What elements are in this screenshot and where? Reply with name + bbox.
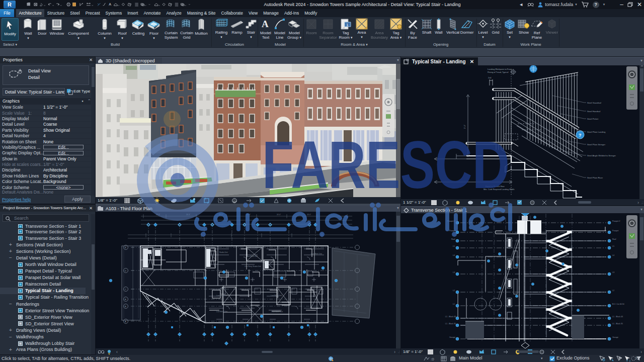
- svg-text:Roof: Roof: [451, 238, 455, 240]
- svg-text:Steel Angle Welded to Stringer: Steel Angle Welded to Stringer: [587, 154, 616, 157]
- svg-text::0: :0: [431, 357, 434, 361]
- svg-text:D: D: [125, 269, 126, 272]
- svg-text:Steel Picket: Steel Picket: [587, 118, 599, 120]
- svg-text:L5: L5: [612, 245, 614, 247]
- svg-text:L5: L5: [453, 245, 455, 247]
- svg-text:One Story Studio Unit: One Story Studio Unit: [245, 265, 261, 267]
- svg-text:24'-0": 24'-0": [186, 214, 190, 216]
- svg-text:L1 - Block 43: L1 - Block 43: [612, 316, 623, 318]
- svg-text:Live/Work Unit: Live/Work Unit: [272, 311, 283, 313]
- svg-text:L3: L3: [453, 272, 455, 274]
- svg-text:1: 1: [346, 23, 349, 27]
- svg-text:Live/Work Unit: Live/Work Unit: [247, 255, 258, 257]
- svg-text:L3: L3: [612, 272, 614, 274]
- svg-text:Parapet 2: Parapet 2: [447, 220, 455, 222]
- svg-text:A: A: [109, 3, 111, 7]
- svg-text:24'-0": 24'-0": [156, 214, 160, 216]
- svg-text:Parapet: Parapet: [612, 230, 619, 232]
- svg-text:Parapet 2: Parapet 2: [612, 220, 620, 222]
- svg-text:A: A: [262, 19, 269, 29]
- svg-text:Live/Work Unit: Live/Work Unit: [216, 311, 227, 313]
- svg-text:C: C: [125, 288, 126, 291]
- svg-text:Steel Guardrail: Steel Guardrail: [587, 102, 601, 104]
- svg-text:E: E: [125, 246, 126, 249]
- svg-text:Landing Workpoint to Front: Landing Workpoint to Front: [488, 68, 512, 70]
- svg-text:L2: L2: [453, 290, 455, 292]
- svg-text:Parapet: Parapet: [449, 230, 456, 232]
- svg-text:Steel Plate Riser: Steel Plate Riser: [587, 176, 603, 179]
- svg-text:?: ?: [579, 133, 582, 138]
- svg-text:18'-4": 18'-4": [219, 214, 223, 216]
- svg-text:Rising of Tread, Typical: Rising of Tread, Typical: [488, 71, 509, 73]
- svg-text:Live/Work Unit: Live/Work Unit: [271, 295, 282, 297]
- svg-text:Garage: Garage: [612, 336, 618, 338]
- svg-text:24'-0": 24'-0": [307, 214, 311, 216]
- svg-text:Equal to Stretch Stair: Equal to Stretch Stair: [486, 185, 505, 188]
- svg-text:L1 - Block 35: L1 - Block 35: [612, 323, 623, 325]
- svg-text:L4: L4: [453, 254, 455, 256]
- svg-text:B.O. Cut 40.50: B.O. Cut 40.50: [612, 303, 624, 305]
- svg-text:Steel Handrail: Steel Handrail: [587, 110, 600, 113]
- svg-text:2'-2": 2'-2": [463, 124, 466, 129]
- svg-text:B: B: [125, 305, 126, 308]
- svg-text:Live/Work Unit: Live/Work Unit: [216, 295, 227, 297]
- svg-text:Steel Plate Stringer: Steel Plate Stringer: [587, 143, 606, 146]
- svg-text:Garage: Garage: [449, 336, 455, 338]
- svg-text:Steel Plate Landing: Steel Plate Landing: [587, 131, 606, 133]
- svg-text:L2: L2: [612, 290, 614, 292]
- svg-text:24'-0": 24'-0": [277, 214, 281, 216]
- svg-text:L1: L1: [453, 303, 455, 305]
- svg-text:L1 - Block 35: L1 - Block 35: [445, 323, 456, 325]
- svg-text:B: B: [125, 298, 126, 301]
- svg-text:Studio Unit: Studio Unit: [219, 251, 228, 253]
- svg-text:2x4: 2x4: [488, 76, 492, 79]
- svg-text:L4: L4: [612, 254, 614, 256]
- svg-text:L1 - Block 43: L1 - Block 43: [445, 316, 456, 318]
- svg-text:A: A: [125, 320, 126, 323]
- svg-text:Min. Curb Required Landing Wid: Min. Curb Required Landing Width: [484, 188, 514, 191]
- svg-text:24'-0": 24'-0": [247, 214, 251, 216]
- svg-text:Live/Work Unit: Live/Work Unit: [311, 253, 322, 255]
- svg-text:Roof: Roof: [612, 238, 616, 240]
